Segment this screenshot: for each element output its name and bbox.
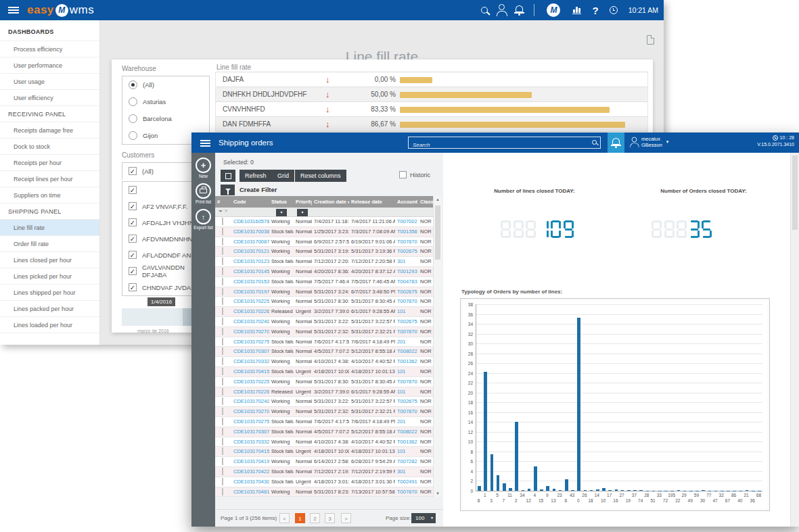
sidebar-item[interactable]: User usage xyxy=(0,74,99,90)
row-select[interactable] xyxy=(215,387,231,397)
col-account[interactable]: Account xyxy=(395,196,418,208)
date-slider-track[interactable] xyxy=(122,308,183,326)
warehouse-radio[interactable]: (All) xyxy=(122,76,209,93)
scroll-down-icon[interactable]: ▼ xyxy=(434,491,442,495)
order-code-link[interactable]: CDE1031703075 xyxy=(231,427,269,437)
account-link[interactable]: T002675 xyxy=(395,287,418,297)
order-code-link[interactable]: CDE1031703325 xyxy=(231,437,269,447)
account-link[interactable]: T001362 xyxy=(395,357,418,366)
table-row[interactable]: CDE1031701531 Stock failure Normal 7/5/2… xyxy=(215,277,433,287)
account-link[interactable]: T008022 xyxy=(395,347,418,356)
grid-button[interactable]: Grid xyxy=(272,170,294,182)
order-code-link[interactable]: CDE1031703075 xyxy=(231,347,269,356)
order-code-link[interactable]: CDE1031701214 xyxy=(231,247,269,256)
row-select[interactable] xyxy=(215,437,231,447)
account-link[interactable]: 101 xyxy=(395,367,418,377)
account-link[interactable]: T002675 xyxy=(395,247,418,256)
rate-row[interactable]: DAN FDMHFFA ↓ 86,67 % xyxy=(215,117,648,132)
account-link[interactable]: T007870 xyxy=(395,237,418,247)
reset-columns-button[interactable]: Reset columns xyxy=(295,170,346,182)
table-row[interactable]: CDE1031701237 Stock failure Normal 7/12/… xyxy=(215,257,433,267)
account-link[interactable]: T007870 xyxy=(395,297,418,306)
panel-scrollbar[interactable] xyxy=(790,153,799,527)
account-link[interactable]: T007870 xyxy=(395,327,418,337)
row-select[interactable] xyxy=(215,417,231,427)
account-link[interactable]: T008022 xyxy=(395,427,418,437)
page-number-button[interactable]: 1 xyxy=(295,513,305,523)
row-select[interactable] xyxy=(215,287,231,297)
user-menu[interactable]: mecalux GBesson ▾ xyxy=(631,136,668,149)
sidebar-item[interactable]: Lines shipped per hour xyxy=(0,285,99,301)
account-link[interactable]: 301 xyxy=(395,467,418,477)
table-row[interactable]: CDE1031702754 Stock failure Normal 7/6/2… xyxy=(215,417,433,427)
table-row[interactable]: CDE1031704304 Stock failure Urgent 4/18/… xyxy=(215,477,433,487)
table-row[interactable]: CDE1031704153 Stock failure Urgent 4/18/… xyxy=(215,447,433,457)
scroll-up-icon[interactable]: ▲ xyxy=(434,197,442,201)
order-code-link[interactable]: CDE1031702250 xyxy=(231,377,269,387)
col-release-date[interactable]: Release date xyxy=(349,196,395,208)
account-link[interactable]: 301 xyxy=(395,257,418,266)
page-number-button[interactable]: 3 xyxy=(325,513,335,523)
row-select[interactable] xyxy=(215,237,231,247)
table-scrollbar[interactable]: ▲ ▼ xyxy=(433,196,442,497)
order-code-link[interactable]: CDE1031701456 xyxy=(231,267,269,276)
sidebar-item[interactable]: Receipts damage free xyxy=(0,122,99,139)
col-class[interactable]: Class xyxy=(418,196,433,208)
warehouse-radio[interactable]: Barcelona xyxy=(122,110,209,127)
sidebar-item[interactable]: Line fill rate xyxy=(0,220,99,236)
table-row[interactable]: CDE1031702250 Working Normal 5/31/2017 8… xyxy=(215,377,433,387)
account-link[interactable]: T002491 xyxy=(395,477,418,487)
order-code-link[interactable]: CDE1031704226 xyxy=(231,467,269,477)
sidebar-item[interactable]: Lines loaded per hour xyxy=(0,317,99,333)
historic-checkbox[interactable]: Historic xyxy=(399,171,430,178)
table-row[interactable]: CDE1031702268 Released Urgent 3/2/2017 7… xyxy=(215,387,433,397)
account-link[interactable]: 101 xyxy=(395,447,418,456)
sidebar-item[interactable]: Receipts per hour xyxy=(0,155,99,171)
order-code-link[interactable]: CDE1031605782 xyxy=(231,217,269,226)
sidebar-item[interactable]: Process efficiency xyxy=(0,41,99,57)
table-row[interactable]: CDE1031700871 Working Normal 6/9/2017 2:… xyxy=(215,237,433,247)
prev-page-button[interactable]: < xyxy=(279,513,290,523)
order-code-link[interactable]: CDE1031703325 xyxy=(231,357,269,366)
table-row[interactable]: CDE1031605782 Working Normal 7/4/2017 11… xyxy=(215,217,433,227)
create-filter-button[interactable] xyxy=(221,185,235,195)
account-link[interactable]: T007002 xyxy=(395,217,418,226)
table-row[interactable]: CDE1031701214 Working Normal 5/31/2017 3… xyxy=(215,247,433,257)
sidebar-item[interactable]: Receipt lines per hour xyxy=(0,171,99,187)
table-row[interactable]: CDE1031702250 Working Normal 5/31/2017 8… xyxy=(215,297,433,307)
sidebar-item[interactable]: SHIPPING PANEL xyxy=(0,203,99,220)
table-row[interactable]: CDE1031702268 Released Urgent 3/2/2017 7… xyxy=(215,307,433,317)
row-select[interactable] xyxy=(215,267,231,276)
table-row[interactable]: CDE1031701971 Working Normal 5/31/2017 3… xyxy=(215,287,433,297)
account-link[interactable]: 201 xyxy=(395,337,418,347)
row-select[interactable] xyxy=(215,217,231,226)
row-select[interactable] xyxy=(215,347,231,356)
row-select[interactable] xyxy=(215,307,231,316)
table-row[interactable]: CDE1031702754 Stock failure Normal 7/6/2… xyxy=(215,337,433,347)
row-select[interactable] xyxy=(215,447,231,456)
order-code-link[interactable]: CDE1031700388 xyxy=(231,227,269,237)
order-code-link[interactable]: CDE1031701971 xyxy=(231,287,269,297)
col-code[interactable]: Code xyxy=(231,196,269,208)
help-icon[interactable]: ? xyxy=(592,5,598,16)
row-select[interactable] xyxy=(215,327,231,337)
table-row[interactable]: CDE1031702702 Working Normal 5/31/2017 2… xyxy=(215,327,433,337)
col-select[interactable]: # xyxy=(215,196,231,208)
sidebar-item[interactable]: Lines closed per hour xyxy=(0,252,99,268)
status-filter-dropdown[interactable]: ▾ xyxy=(276,209,287,216)
notifications-button[interactable] xyxy=(608,132,624,153)
order-code-link[interactable]: CDE1031702250 xyxy=(231,297,269,306)
table-row[interactable]: CDE1031704226 Stock failure Normal 7/12/… xyxy=(215,467,433,477)
rate-row[interactable]: CVNVHNHFD ↓ 83,33 % xyxy=(215,102,648,117)
row-select[interactable] xyxy=(215,427,231,437)
table-row[interactable]: CDE1031702406 Working Normal 5/31/2017 3… xyxy=(215,397,433,407)
row-select[interactable] xyxy=(215,457,231,466)
rate-row[interactable]: DAJFA ↓ 0,00 % xyxy=(215,72,648,87)
account-link[interactable]: T007870 xyxy=(395,377,418,387)
order-code-link[interactable]: CDE1031702702 xyxy=(231,327,269,337)
account-link[interactable]: T002675 xyxy=(395,317,418,327)
scrollbar-thumb[interactable] xyxy=(792,155,798,230)
bell-icon[interactable] xyxy=(516,5,523,12)
table-row[interactable]: CDE1031704816 Working Normal 5/31/2017 8… xyxy=(215,487,433,498)
sidebar-item[interactable]: Lines packed per hour xyxy=(0,301,99,317)
